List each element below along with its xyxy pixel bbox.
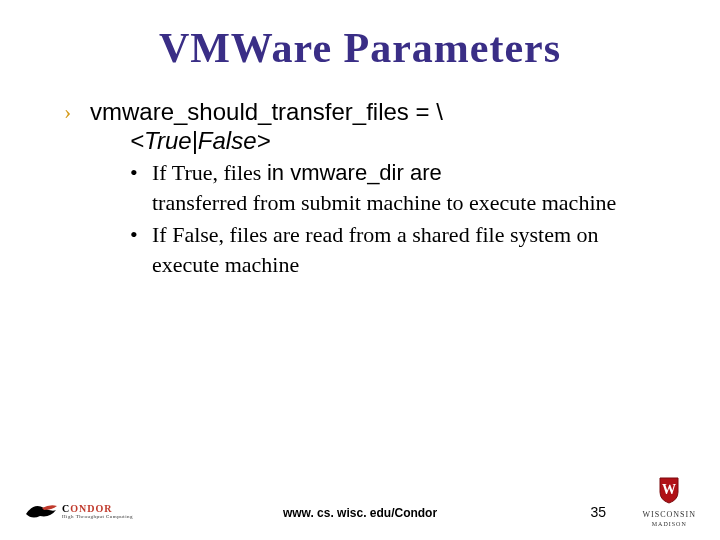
condor-logo: CONDOR High Throughput Computing	[24, 500, 133, 522]
eagle-icon	[24, 500, 58, 522]
content-area: › vmware_should_transfer_files = \ <True…	[64, 98, 664, 280]
wisconsin-logo: W WISCONSIN MADISON	[643, 476, 696, 528]
sub-bullet-text: If False, files are read from a shared f…	[152, 220, 664, 280]
main-bullet-row: › vmware_should_transfer_files = \	[64, 98, 664, 126]
chevron-icon: ›	[64, 98, 90, 126]
wisconsin-name: WISCONSIN MADISON	[643, 510, 696, 528]
slide-title: VMWare Parameters	[0, 24, 720, 72]
page-number: 35	[590, 504, 606, 520]
sub-bullet-list: • If True, files in vmware_dir are trans…	[130, 158, 664, 280]
svg-text:W: W	[662, 482, 676, 497]
condor-text: CONDOR	[62, 503, 133, 514]
sub-bullet-text: If True, files in vmware_dir are transfe…	[152, 158, 616, 218]
crest-icon: W	[656, 476, 682, 504]
footer-url: www. cs. wisc. edu/Condor	[283, 506, 437, 520]
main-bullet-text: vmware_should_transfer_files = \	[90, 98, 443, 126]
sub-bullet-item: • If False, files are read from a shared…	[130, 220, 664, 280]
sub-bullet-item: • If True, files in vmware_dir are trans…	[130, 158, 664, 218]
italic-value: <True|False>	[130, 126, 664, 156]
footer: CONDOR High Throughput Computing www. cs…	[0, 490, 720, 534]
bullet-marker-icon: •	[130, 158, 152, 188]
condor-subtitle: High Throughput Computing	[62, 514, 133, 519]
bullet-marker-icon: •	[130, 220, 152, 250]
